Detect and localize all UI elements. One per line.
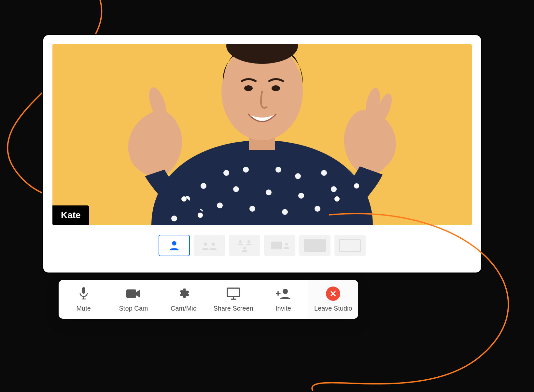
microphone-icon xyxy=(79,287,89,300)
svg-rect-42 xyxy=(126,289,136,298)
svg-point-16 xyxy=(171,216,177,221)
control-toolbar: Mute Stop Cam Cam/Mic Share Screen xyxy=(59,280,358,319)
leave-studio-label: Leave Studio xyxy=(314,305,352,312)
svg-point-6 xyxy=(282,209,288,215)
svg-point-29 xyxy=(354,183,359,189)
leave-studio-button[interactable]: Leave Studio xyxy=(308,280,358,319)
mute-label: Mute xyxy=(76,305,91,312)
svg-point-1 xyxy=(201,183,206,189)
svg-rect-40 xyxy=(340,240,360,251)
invite-button[interactable]: Invite xyxy=(258,280,308,319)
cam-mic-label: Cam/Mic xyxy=(171,305,196,312)
monitor-icon xyxy=(227,287,240,300)
svg-point-9 xyxy=(331,186,337,192)
svg-point-35 xyxy=(243,247,246,249)
svg-point-8 xyxy=(315,206,320,212)
invite-label: Invite xyxy=(275,305,291,312)
close-icon xyxy=(326,287,340,301)
layout-selector xyxy=(52,235,472,256)
svg-point-22 xyxy=(272,85,280,91)
svg-point-32 xyxy=(212,243,215,246)
svg-point-21 xyxy=(244,85,253,91)
video-feed: Kate xyxy=(52,44,472,225)
stop-cam-label: Stop Cam xyxy=(119,305,148,312)
svg-rect-41 xyxy=(82,287,85,294)
mute-button[interactable]: Mute xyxy=(59,280,108,319)
svg-point-14 xyxy=(295,173,301,179)
svg-point-12 xyxy=(275,167,281,173)
svg-point-31 xyxy=(204,243,207,246)
svg-point-34 xyxy=(247,240,250,243)
add-person-icon xyxy=(276,288,290,299)
layout-fullscreen[interactable] xyxy=(334,235,366,256)
svg-point-13 xyxy=(223,170,229,176)
layout-two-up[interactable] xyxy=(194,235,225,256)
stop-cam-button[interactable]: Stop Cam xyxy=(108,280,158,319)
svg-point-15 xyxy=(321,170,327,176)
svg-point-33 xyxy=(239,240,242,243)
svg-point-5 xyxy=(266,189,272,195)
studio-window: Kate xyxy=(42,34,482,273)
svg-point-7 xyxy=(298,193,304,199)
svg-point-30 xyxy=(172,241,176,245)
layout-screen-with-speaker[interactable] xyxy=(264,235,295,256)
layout-pip[interactable] xyxy=(299,235,330,256)
svg-rect-36 xyxy=(271,242,282,249)
svg-point-4 xyxy=(249,206,255,212)
layout-single[interactable] xyxy=(159,235,190,256)
share-screen-button[interactable]: Share Screen xyxy=(208,280,258,319)
svg-rect-43 xyxy=(227,288,240,297)
participant-illustration xyxy=(103,44,422,225)
svg-point-28 xyxy=(334,196,340,202)
camera-icon xyxy=(126,289,141,299)
svg-point-3 xyxy=(233,186,239,192)
svg-point-37 xyxy=(285,243,288,245)
svg-point-11 xyxy=(243,167,249,173)
participant-name-text: Kate xyxy=(61,210,81,220)
svg-point-46 xyxy=(283,289,288,294)
svg-point-2 xyxy=(217,203,223,208)
svg-point-27 xyxy=(198,213,203,218)
layout-three[interactable] xyxy=(229,235,260,256)
gear-icon xyxy=(177,287,190,300)
share-screen-label: Share Screen xyxy=(214,305,253,312)
cam-mic-button[interactable]: Cam/Mic xyxy=(159,280,208,319)
participant-name-tag: Kate xyxy=(52,205,89,225)
svg-rect-39 xyxy=(317,245,324,250)
svg-point-26 xyxy=(181,196,187,202)
